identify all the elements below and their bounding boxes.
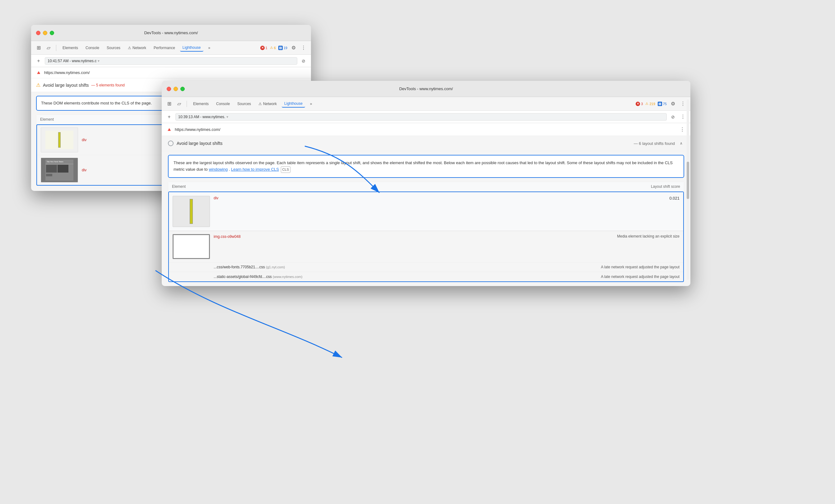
titlebar-text-back: DevTools - www.nytimes.com/ xyxy=(144,30,198,35)
etf-sub-thumb xyxy=(172,234,210,259)
audit-circle-front xyxy=(168,141,174,146)
etf-thumb-main xyxy=(172,196,210,227)
devtools-window-front: DevTools - www.nytimes.com/ ⊞ ▱ Elements… xyxy=(162,81,690,286)
element-table-front: Element Layout shift score div 0.021 xyxy=(168,182,684,282)
more-icon-back[interactable]: ⋮ xyxy=(300,44,307,51)
element-tag-2: div xyxy=(82,168,86,172)
site-url-bar-front: 🔺 https://www.nytimes.com/ ⋮ xyxy=(162,123,690,136)
warning-badge-back: ⚠ 6 xyxy=(270,46,276,50)
element-thumb-1 xyxy=(41,127,78,152)
audit-title-back: Avoid large layout shifts xyxy=(43,83,89,88)
tab-performance-back[interactable]: Performance xyxy=(151,44,178,51)
etf-rows: div 0.021 img.css-o9w048 Media element l… xyxy=(168,191,684,282)
site-more-icon-front[interactable]: ⋮ xyxy=(678,126,686,133)
devtools-device-icon-front[interactable]: ▱ xyxy=(176,100,183,108)
add-tab-icon-back[interactable]: + xyxy=(35,57,42,65)
maximize-button-back[interactable] xyxy=(50,31,54,35)
devtools-device-icon[interactable]: ▱ xyxy=(45,44,52,51)
stop-icon-front[interactable]: ⊘ xyxy=(669,113,677,121)
settings-icon-front[interactable]: ⚙ xyxy=(669,100,677,108)
url-bar-front: + 10:39:13 AM - www.nytimes. ▾ ⊘ ⋮ xyxy=(162,111,690,123)
audit-row-front: Avoid large layout shifts — 6 layout shi… xyxy=(162,136,690,151)
audit-warning-icon-back: ⚠ xyxy=(36,82,40,88)
url-dropdown-icon[interactable]: ▾ xyxy=(98,59,100,63)
nyt-img-2 xyxy=(58,165,68,172)
etf-main-info: div xyxy=(213,196,666,200)
warning-icon-front: ⚠ xyxy=(645,102,648,106)
tab-network-front[interactable]: ⚠ Network xyxy=(256,100,279,107)
tab-more-front[interactable]: » xyxy=(308,100,315,107)
etf-header: Element Layout shift score xyxy=(168,182,684,191)
site-favicon-front: 🔺 xyxy=(166,127,172,132)
nyt-content xyxy=(45,164,74,177)
tab-sources-back[interactable]: Sources xyxy=(104,44,123,51)
scrollbar-thumb-front[interactable] xyxy=(687,162,689,199)
tab-console-front[interactable]: Console xyxy=(213,100,232,107)
tab-console-back[interactable]: Console xyxy=(83,44,102,51)
etf-network-row-1: ...css/web-fonts.7705b21....css (g1.nyt.… xyxy=(169,262,683,272)
network-warn-icon-front: ⚠ xyxy=(259,102,262,106)
warning-badge-front: ⚠ 219 xyxy=(645,102,655,106)
etf-network-domain-2: (www.nytimes.com) xyxy=(273,275,302,278)
error-icon-front: ✕ xyxy=(636,102,640,106)
url-display-back[interactable]: 10:41:57 AM - www.nytimes.c ▾ xyxy=(45,57,297,65)
nyt-img-1 xyxy=(46,165,57,172)
tab-lighthouse-back[interactable]: Lighthouse xyxy=(180,44,203,51)
expand-btn-front[interactable]: ∧ xyxy=(678,140,684,146)
close-button-front[interactable] xyxy=(167,87,171,91)
site-url-text-front: https://www.nytimes.com/ xyxy=(175,127,676,132)
tab-network-back[interactable]: ⚠ Network xyxy=(125,44,149,51)
yellow-bar-thumb xyxy=(58,132,61,148)
url-display-front[interactable]: 10:39:13 AM - www.nytimes. ▾ xyxy=(176,113,667,121)
tab-sources-front[interactable]: Sources xyxy=(235,100,253,107)
site-favicon-back: 🔺 xyxy=(36,70,42,76)
element-thumb-2: The New York Times xyxy=(41,158,78,183)
info-icon-front: ▤ xyxy=(658,102,662,106)
minimize-button-back[interactable] xyxy=(43,31,47,35)
newspaper-thumb: The New York Times xyxy=(45,160,74,181)
toolbar-back: ⊞ ▱ Elements Console Sources ⚠ Network P… xyxy=(31,41,311,55)
scrollbar-front[interactable] xyxy=(687,100,689,280)
error-badge-back: ✕ 1 xyxy=(260,46,267,50)
info-badge-back: ▤ 19 xyxy=(278,46,287,50)
more-url-icon-front[interactable]: ⋮ xyxy=(679,113,687,121)
devtools-inspect-icon-front[interactable]: ⊞ xyxy=(165,100,173,108)
etf-header-score: Layout shift score xyxy=(651,184,680,189)
tab-elements-back[interactable]: Elements xyxy=(60,44,81,51)
etf-main-row: div 0.021 xyxy=(169,192,683,231)
minimize-button-front[interactable] xyxy=(174,87,178,91)
improve-cls-link[interactable]: Learn how to improve CLS xyxy=(231,167,279,172)
url-dropdown-icon-front[interactable]: ▾ xyxy=(226,115,228,119)
toolbar-front: ⊞ ▱ Elements Console Sources ⚠ Network L… xyxy=(162,97,690,111)
close-button-back[interactable] xyxy=(36,31,40,35)
titlebar-back: DevTools - www.nytimes.com/ xyxy=(31,25,311,41)
maximize-button-front[interactable] xyxy=(180,87,185,91)
etf-network-label-2: ...static-assets/global-f449cfd....css (… xyxy=(213,275,597,279)
error-badge-front: ✕ 3 xyxy=(636,102,643,106)
etf-network-label-1: ...css/web-fonts.7705b21....css (g1.nyt.… xyxy=(213,265,597,269)
titlebar-front: DevTools - www.nytimes.com/ xyxy=(162,81,690,97)
etf-network-desc-2: A late network request adjusted the page… xyxy=(601,275,679,279)
tab-elements-front[interactable]: Elements xyxy=(191,100,211,107)
nyt-header: The New York Times xyxy=(45,160,74,164)
settings-icon-back[interactable]: ⚙ xyxy=(290,44,297,51)
toolbar-separator-front-1 xyxy=(187,101,187,107)
devtools-inspect-icon[interactable]: ⊞ xyxy=(35,44,42,51)
windowing-link[interactable]: windowing xyxy=(209,167,228,172)
tab-more-back[interactable]: » xyxy=(206,44,213,51)
tab-lighthouse-front[interactable]: Lighthouse xyxy=(282,100,305,108)
stop-icon-back[interactable]: ⊘ xyxy=(300,57,307,65)
audit-badge-back: — 5 elements found xyxy=(91,83,125,87)
site-url-text-back: https://www.nytimes.com/ xyxy=(44,70,90,75)
more-icon-front[interactable]: ⋮ xyxy=(679,100,687,108)
etf-network-domain-1: (g1.nyt.com) xyxy=(266,265,285,269)
add-tab-icon-front[interactable]: + xyxy=(165,113,173,121)
warning-icon-back: ⚠ xyxy=(270,46,273,50)
audit-meta-front: — 6 layout shifts found xyxy=(634,141,675,146)
url-bar-back: + 10:41:57 AM - www.nytimes.c ▾ ⊘ xyxy=(31,55,311,67)
site-url-bar-back: 🔺 https://www.nytimes.com/ xyxy=(31,67,311,78)
titlebar-text-front: DevTools - www.nytimes.com/ xyxy=(399,86,453,91)
error-icon-back: ✕ xyxy=(260,46,265,50)
element-tag-1: div xyxy=(82,138,86,142)
toolbar-separator-1 xyxy=(56,45,56,51)
